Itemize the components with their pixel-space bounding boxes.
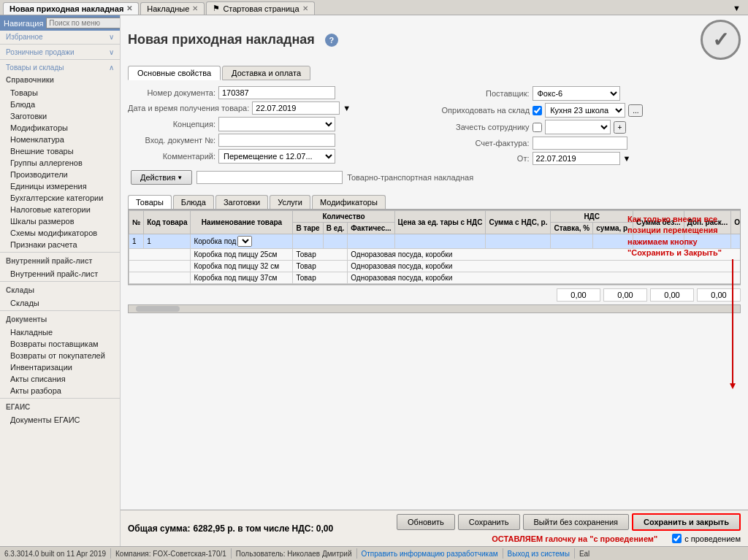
tab-invoices-close[interactable]: ✕ xyxy=(192,4,198,12)
tab-invoices[interactable]: Накладные ✕ xyxy=(140,2,205,15)
tab-start-page-icon: ⚑ xyxy=(213,4,220,13)
form-container: Новая приходная накладная ? ✓ Основные с… xyxy=(121,15,748,192)
col-sum-nds: Сумма с НДС, р. xyxy=(486,211,551,234)
help-icon[interactable]: ? xyxy=(325,34,338,47)
employee-add-button[interactable]: + xyxy=(614,121,627,134)
transport-invoice-input[interactable] xyxy=(196,171,343,184)
sidebar-item-tax-cats[interactable]: Налоговые категории xyxy=(0,204,120,215)
sidebar-item-writeoffs[interactable]: Акты списания xyxy=(0,373,120,385)
bottom-buttons-row: Обновить Сохранить Выйти без сохранения … xyxy=(397,513,741,531)
comment-select[interactable]: Перемещение с 12.07... xyxy=(218,149,335,164)
sidebar-item-allergen-groups[interactable]: Группы аллергенов xyxy=(0,157,120,169)
employee-label: Зачесть сотруднику xyxy=(442,123,530,131)
sidebar-item-buyer-returns[interactable]: Возвраты от покупателей xyxy=(0,350,120,361)
horizontal-scrollbar[interactable] xyxy=(128,304,741,313)
sidebar-item-retail[interactable]: Розничные продажи ∨ xyxy=(0,46,120,58)
supplier-select[interactable]: Фокс-6 xyxy=(533,86,620,101)
action-bar: Действия ▼ Товарно-транспортная накладна… xyxy=(128,170,741,185)
total-sum-value: 6282,95 р. в том числе НДС: 0,00 xyxy=(193,523,333,534)
sidebar-item-modifiers[interactable]: Модификаторы xyxy=(0,122,120,134)
invoice-num-input[interactable] xyxy=(218,134,335,147)
dropdown-cell-name-2: Коробка под пиццу 32 см xyxy=(191,261,293,272)
request-info-link[interactable]: Отправить информацию разработчикам xyxy=(362,550,498,558)
divider-2 xyxy=(0,59,120,60)
table-tab-products[interactable]: Товары xyxy=(128,195,172,209)
checkbox-label: с проведением xyxy=(684,534,741,543)
cell-price xyxy=(394,234,486,249)
warehouse-select[interactable]: Кухня 23 школа xyxy=(545,103,625,118)
col-num: № xyxy=(129,211,144,234)
sidebar-item-nomenclature[interactable]: Номенклатура xyxy=(0,134,120,145)
table-tab-dishes[interactable]: Блюда xyxy=(173,195,214,209)
exit-no-save-button[interactable]: Выйти без сохранения xyxy=(523,514,630,530)
exit-link[interactable]: Выход из системы xyxy=(508,550,570,558)
dropdown-cell-empty3 xyxy=(129,272,191,284)
save-button[interactable]: Сохранить xyxy=(458,514,520,530)
sidebar-item-manufacturers[interactable]: Производители xyxy=(0,169,120,180)
invoice2-input[interactable] xyxy=(533,137,627,150)
tab-more-button[interactable]: ▼ xyxy=(728,2,745,14)
invoice-num-label: Вход. документ №: xyxy=(128,136,215,145)
product-dropdown[interactable]: ▼ xyxy=(237,236,252,247)
table-tab-services[interactable]: Услуги xyxy=(270,195,310,209)
refresh-button[interactable]: Обновить xyxy=(397,514,455,530)
sidebar-item-favorites[interactable]: Избранное ∨ xyxy=(0,31,120,42)
divider-status-5 xyxy=(574,548,575,559)
transport-invoice-label: Товарно-транспортная накладная xyxy=(347,173,473,182)
bottom-actions: Обновить Сохранить Выйти без сохранения … xyxy=(397,513,741,543)
date-dropdown-icon[interactable]: ▼ xyxy=(343,104,351,112)
sidebar-item-inventory[interactable]: Инвентаризации xyxy=(0,361,120,373)
concept-label: Концепция: xyxy=(128,120,215,129)
sidebar-item-blanks[interactable]: Заготовки xyxy=(0,110,120,122)
table-tab-modifiers[interactable]: Модификаторы xyxy=(312,195,386,209)
sidebar-item-accounting-cats[interactable]: Бухгалтерские категории xyxy=(0,192,120,204)
actions-button[interactable]: Действия ▼ xyxy=(131,170,192,185)
sidebar-item-breakdown[interactable]: Акты разбора xyxy=(0,385,120,396)
sidebar-item-dishes[interactable]: Блюда xyxy=(0,99,120,110)
sidebar-item-units[interactable]: Единицы измерения xyxy=(0,180,120,192)
cell-qty-tare xyxy=(293,234,323,249)
sub-tab-properties[interactable]: Основные свойства xyxy=(128,66,221,80)
from-date-input[interactable] xyxy=(533,152,620,165)
col-qty-fact: Фактичес... xyxy=(348,223,394,234)
tab-new-invoice[interactable]: Новая приходная накладная ✕ xyxy=(3,2,139,15)
comment-row: Комментарий: Перемещение с 12.07... xyxy=(128,149,427,164)
from-date-dropdown-icon[interactable]: ▼ xyxy=(623,154,631,163)
sidebar-header: Навигация xyxy=(0,15,120,31)
sidebar-item-egais-docs[interactable]: Документы ЕГАИС xyxy=(0,414,120,426)
sidebar-item-size-scales[interactable]: Шкалы размеров xyxy=(0,215,120,227)
sidebar-item-calc-signs[interactable]: Признаки расчета xyxy=(0,239,120,250)
employee-checkbox[interactable] xyxy=(533,123,542,132)
date-input[interactable] xyxy=(252,101,340,115)
sidebar-item-price-list[interactable]: Внутренний прайс-лист xyxy=(0,268,120,280)
warehouse-checkbox[interactable] xyxy=(533,106,542,115)
sidebar-section-price: Внутренний прайс-лист xyxy=(0,254,120,268)
save-close-button[interactable]: Сохранить и закрыть xyxy=(632,513,741,531)
dropdown-row-3[interactable]: Коробка под пиццу 37см Товар Одноразовая… xyxy=(129,272,741,284)
total-cell-3: 0,00 xyxy=(650,288,694,302)
tab-new-invoice-close[interactable]: ✕ xyxy=(126,4,132,12)
sidebar-item-external-goods[interactable]: Внешние товары xyxy=(0,145,120,157)
stamp-seal: ✓ xyxy=(701,20,741,60)
warehouse-browse-button[interactable]: ... xyxy=(628,104,643,117)
doc-number-input[interactable] xyxy=(218,86,335,99)
sidebar-item-products[interactable]: Товары xyxy=(0,87,120,99)
sidebar-item-invoices[interactable]: Накладные xyxy=(0,326,120,338)
sidebar-item-supplier-returns[interactable]: Возвраты поставщикам xyxy=(0,338,120,350)
table-tab-blanks[interactable]: Заготовки xyxy=(215,195,268,209)
date-label: Дата и время получения товара: xyxy=(128,104,249,112)
with-posting-checkbox[interactable] xyxy=(672,534,682,543)
sidebar-search-input[interactable] xyxy=(46,18,121,28)
dropdown-row-2[interactable]: Коробка под пиццу 32 см Товар Одноразова… xyxy=(129,261,741,272)
sidebar-item-warehouses[interactable]: Склады xyxy=(0,297,120,309)
tab-start-page[interactable]: ⚑ Стартовая страница ✕ xyxy=(206,1,314,15)
total-cell-4: 0,00 xyxy=(697,288,741,302)
bottom-bar: Общая сумма: 6282,95 р. в том числе НДС:… xyxy=(121,510,748,546)
sidebar-item-modifier-schemes[interactable]: Схемы модификаторов xyxy=(0,227,120,239)
total-cell-2: 0,00 xyxy=(603,288,647,302)
employee-select[interactable] xyxy=(545,120,611,134)
concept-select[interactable] xyxy=(218,117,335,131)
sub-tab-delivery[interactable]: Доставка и оплата xyxy=(222,66,310,80)
tab-start-page-close[interactable]: ✕ xyxy=(302,4,308,12)
sidebar-item-goods[interactable]: Товары и склады ∧ xyxy=(0,61,120,73)
